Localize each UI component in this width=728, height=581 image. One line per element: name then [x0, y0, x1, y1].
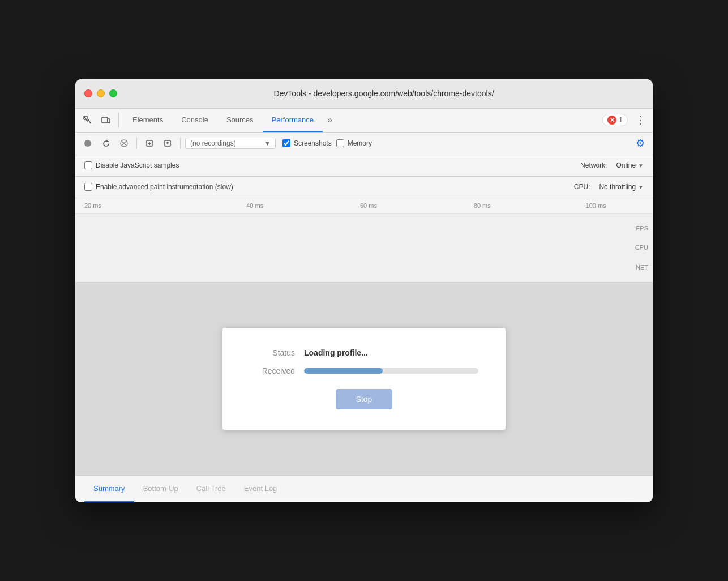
recording-select[interactable]: (no recordings) ▼ [185, 138, 276, 149]
toolbar-divider-1 [136, 138, 137, 149]
cpu-value: No throttling [599, 183, 636, 191]
disable-js-samples-label[interactable]: Disable JavaScript samples [84, 161, 179, 169]
memory-label: Memory [348, 139, 372, 147]
main-content: Status Loading profile... Received Stop [75, 283, 653, 475]
network-select-arrow: ▼ [638, 163, 644, 169]
timeline-area: 20 ms 40 ms 60 ms 80 ms 100 ms FPS CPU N… [75, 198, 653, 283]
network-setting: Network: Online ▼ [580, 161, 644, 169]
traffic-lights [84, 89, 117, 97]
progress-bar-container [304, 368, 478, 374]
device-toggle-icon[interactable] [98, 112, 114, 128]
inspect-icon[interactable] [80, 112, 96, 128]
enable-paint-label[interactable]: Enable advanced paint instrumentation (s… [84, 183, 233, 191]
received-label: Received [250, 366, 295, 375]
ruler-tick-80: 80 ms [425, 202, 539, 209]
tab-right-area: ✕ 1 ⋮ [602, 112, 648, 128]
stop-button[interactable]: Stop [336, 389, 393, 409]
cpu-label: CPU: [574, 183, 590, 191]
main-tabs: Elements Console Sources Performance » [123, 108, 337, 132]
screenshots-label: Screenshots [294, 139, 332, 147]
devtools-window: DevTools - developers.google.com/web/too… [75, 79, 653, 502]
tab-more-button[interactable]: » [323, 108, 337, 132]
loading-dialog: Status Loading profile... Received Stop [222, 328, 506, 430]
minimize-button[interactable] [97, 89, 105, 97]
title-bar: DevTools - developers.google.com/web/too… [75, 79, 653, 109]
settings-row-2: Enable advanced paint instrumentation (s… [75, 177, 653, 198]
network-select[interactable]: Online ▼ [616, 161, 644, 169]
window-title: DevTools - developers.google.com/web/too… [124, 89, 644, 98]
error-icon: ✕ [607, 116, 616, 125]
clear-button[interactable] [116, 135, 132, 151]
svg-point-3 [84, 140, 91, 147]
timeline-tracks[interactable]: FPS CPU NET [75, 214, 653, 282]
tab-icon-group [80, 112, 119, 128]
screenshots-checkbox-label[interactable]: Screenshots [282, 139, 332, 147]
error-count: 1 [619, 116, 623, 124]
record-button[interactable] [80, 135, 96, 151]
tab-performance[interactable]: Performance [263, 108, 323, 132]
reload-button[interactable] [98, 135, 114, 151]
network-value: Online [616, 161, 636, 169]
fps-label: FPS [635, 225, 648, 232]
bottom-tab-call-tree[interactable]: Call Tree [187, 475, 235, 502]
svg-rect-1 [102, 117, 108, 123]
ruler-tick-100: 100 ms [539, 202, 653, 209]
screenshots-checkbox[interactable] [282, 139, 290, 147]
select-arrow-icon: ▼ [264, 140, 271, 147]
maximize-button[interactable] [109, 89, 117, 97]
ruler-tick-60: 60 ms [312, 202, 426, 209]
track-labels: FPS CPU NET [635, 214, 648, 282]
network-label: Network: [580, 161, 607, 169]
load-profile-button[interactable] [142, 135, 157, 151]
tab-console[interactable]: Console [172, 108, 217, 132]
svg-rect-2 [108, 119, 110, 123]
tab-elements[interactable]: Elements [123, 108, 172, 132]
close-button[interactable] [84, 89, 92, 97]
timeline-ruler: 20 ms 40 ms 60 ms 80 ms 100 ms [75, 198, 653, 214]
devtools-more-button[interactable]: ⋮ [632, 112, 648, 128]
cpu-track-label: CPU [635, 244, 648, 251]
net-label: NET [635, 264, 648, 271]
status-label: Status [250, 348, 295, 357]
disable-js-samples-text: Disable JavaScript samples [96, 161, 179, 169]
ruler-labels: 20 ms 40 ms 60 ms 80 ms 100 ms [80, 202, 653, 209]
settings-gear-button[interactable]: ⚙ [632, 135, 648, 151]
status-row: Status Loading profile... [250, 348, 478, 357]
memory-checkbox[interactable] [336, 139, 344, 147]
status-value: Loading profile... [304, 348, 368, 357]
bottom-tab-summary[interactable]: Summary [84, 475, 134, 502]
bottom-tabs: Summary Bottom-Up Call Tree Event Log [75, 475, 653, 502]
progress-bar-fill [304, 368, 383, 374]
bottom-tab-event-log[interactable]: Event Log [235, 475, 286, 502]
enable-paint-checkbox[interactable] [84, 183, 92, 191]
ruler-tick-40: 40 ms [198, 202, 312, 209]
performance-toolbar: (no recordings) ▼ Screenshots Memory ⚙ [75, 133, 653, 155]
error-badge[interactable]: ✕ 1 [602, 114, 628, 126]
received-row: Received [250, 366, 478, 375]
bottom-tab-bottom-up[interactable]: Bottom-Up [134, 475, 187, 502]
recording-placeholder: (no recordings) [190, 139, 236, 147]
toolbar-divider-2 [180, 138, 181, 149]
enable-paint-text: Enable advanced paint instrumentation (s… [96, 183, 233, 191]
screenshots-area: Screenshots Memory [282, 139, 372, 147]
cpu-select[interactable]: No throttling ▼ [599, 183, 644, 191]
tab-sources[interactable]: Sources [217, 108, 263, 132]
disable-js-samples-checkbox[interactable] [84, 161, 92, 169]
tab-bar: Elements Console Sources Performance » ✕… [75, 109, 653, 133]
ruler-tick-20: 20 ms [84, 202, 198, 209]
settings-row-1: Disable JavaScript samples Network: Onli… [75, 155, 653, 177]
memory-checkbox-label[interactable]: Memory [336, 139, 372, 147]
cpu-setting: CPU: No throttling ▼ [574, 183, 644, 191]
save-profile-button[interactable] [160, 135, 175, 151]
cpu-select-arrow: ▼ [638, 184, 644, 190]
